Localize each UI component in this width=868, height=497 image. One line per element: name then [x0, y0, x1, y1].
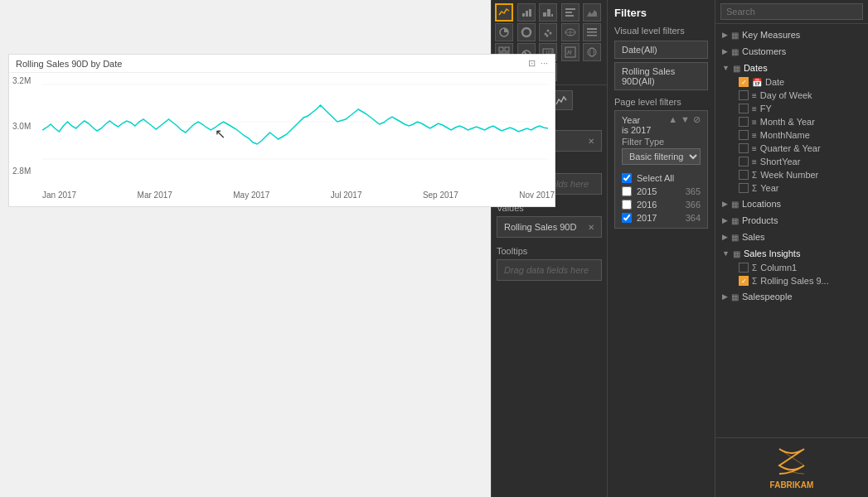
table-icon-sales-insights: ▦ [733, 249, 740, 258]
group-dates-label: Dates [744, 63, 768, 73]
label-year: Year [760, 183, 778, 193]
group-salespeople-header[interactable]: ▶ ▦ Salespeople [715, 289, 868, 304]
values-remove-btn[interactable]: ✕ [588, 223, 594, 232]
year-filter-select[interactable]: Basic filtering Advanced filtering Top N [622, 148, 701, 165]
group-products-label: Products [742, 215, 778, 225]
check-fy [739, 104, 749, 113]
year-filter-arrows: ▲ ▼ ⊘ [668, 114, 701, 125]
check-monthname [739, 130, 749, 140]
group-customers-header[interactable]: ▶ ▦ Customers [715, 44, 868, 59]
filter-date-chip[interactable]: Date(All) [614, 41, 708, 59]
group-sales-insights-header[interactable]: ▼ ▦ Sales Insights [715, 246, 868, 261]
arrow-down[interactable]: ▼ [681, 114, 690, 125]
check-date: ✓ [739, 77, 749, 87]
tooltips-label: Tooltips [497, 246, 602, 256]
table-icon-customers: ▦ [731, 47, 739, 56]
svg-point-36 [590, 48, 594, 56]
page-filters-title: Page level filters [614, 97, 708, 107]
label-fy: FY [760, 104, 772, 113]
viz-globe[interactable] [583, 43, 601, 61]
maximize-icon[interactable]: ⊡ [528, 58, 536, 69]
viz-line-chart[interactable] [495, 3, 513, 22]
viz-bar-chart[interactable] [539, 3, 557, 22]
svg-rect-3 [522, 13, 525, 17]
icon-shortyear: ≡ [752, 157, 757, 166]
filter-select-all: Select All [622, 171, 701, 185]
field-year[interactable]: Σ Year [732, 181, 868, 195]
search-input[interactable] [720, 3, 863, 20]
viz-donut[interactable] [517, 23, 536, 41]
values-value[interactable]: Rolling Sales 90D ✕ [497, 216, 602, 238]
group-key-measures-header[interactable]: ▶ ▦ Key Measures [715, 27, 868, 42]
field-column1[interactable]: Σ Column1 [732, 261, 868, 274]
check-year [739, 183, 749, 193]
table-icon-dates: ▦ [733, 64, 740, 73]
group-products-header[interactable]: ▶ ▦ Products [715, 213, 868, 228]
label-monthname: MonthName [760, 130, 810, 140]
svg-rect-4 [526, 11, 528, 17]
field-month-year[interactable]: ≡ Month & Year [732, 115, 868, 128]
label-rolling-sales: Rolling Sales 9... [760, 276, 829, 286]
eraser-icon[interactable]: ⊘ [693, 114, 701, 125]
viz-map[interactable] [561, 23, 579, 41]
group-locations-header[interactable]: ▶ ▦ Locations [715, 196, 868, 211]
tooltips-section: Tooltips Drag data fields here [497, 246, 602, 281]
field-fy[interactable]: ≡ FY [732, 102, 868, 115]
icon-dayofweek: ≡ [752, 91, 757, 100]
checkbox-2017[interactable] [622, 213, 632, 223]
label-shortyear: ShortYear [760, 157, 801, 166]
x-label-3: May 2017 [233, 191, 269, 200]
filter-rolling-chip[interactable]: Rolling Sales 90D(All) [614, 62, 708, 90]
checkbox-2016[interactable] [622, 200, 632, 210]
x-label-1: Jan 2017 [42, 191, 76, 200]
svg-rect-25 [587, 35, 597, 36]
select-all-checkbox[interactable] [622, 173, 632, 183]
brand-logo: FABRIKAM [715, 437, 868, 497]
year-filter-value: is 2017 [622, 125, 701, 135]
chart-icons: ⊡ ··· [528, 58, 548, 69]
field-quarter-year[interactable]: ≡ Quarter & Year [732, 142, 868, 155]
field-rolling-sales[interactable]: ✓ Σ Rolling Sales 9... [732, 274, 868, 287]
viz-stacked-bar[interactable] [517, 3, 536, 22]
y-labels: 3.2M 3.0M 2.8M [12, 76, 31, 176]
viz-area-chart[interactable] [583, 3, 601, 22]
arrow-products: ▶ [722, 216, 728, 224]
viz-r[interactable]: R [561, 43, 579, 61]
group-key-measures-label: Key Measures [742, 30, 800, 40]
filter-2015: 2015 365 [622, 185, 701, 198]
filters-title: Filters [614, 7, 708, 19]
viz-bar-chart2[interactable] [561, 3, 579, 22]
svg-rect-24 [587, 31, 597, 33]
check-dayofweek [739, 90, 749, 100]
checkbox-2015[interactable] [622, 186, 632, 196]
chart-svg [42, 76, 548, 176]
field-weeknumber[interactable]: Σ Week Number [732, 168, 868, 181]
viz-scatter[interactable] [539, 23, 557, 41]
check-quarteryear [739, 143, 749, 153]
group-salespeople-label: Salespeople [742, 292, 793, 302]
group-key-measures: ▶ ▦ Key Measures [715, 27, 868, 42]
viz-table[interactable] [583, 23, 601, 41]
filter-2016: 2016 366 [622, 198, 701, 211]
viz-pie[interactable] [495, 23, 513, 41]
group-dates-header[interactable]: ▼ ▦ Dates [715, 60, 868, 75]
count-2017: 364 [686, 213, 701, 223]
y-label-bot: 2.8M [12, 166, 31, 176]
count-2015: 365 [686, 186, 701, 196]
chart-title: Rolling Sales 90D by Date [16, 59, 122, 69]
field-date[interactable]: ✓ 📅 Date [732, 75, 868, 89]
arrow-up[interactable]: ▲ [668, 114, 677, 125]
x-label-6: Nov 2017 [519, 191, 555, 200]
svg-rect-23 [587, 28, 597, 30]
axis-remove-btn[interactable]: ✕ [588, 137, 594, 146]
group-sales-insights-label: Sales Insights [744, 248, 800, 258]
field-monthname[interactable]: ≡ MonthName [732, 128, 868, 142]
field-day-of-week[interactable]: ≡ Day of Week [732, 89, 868, 102]
group-sales-header[interactable]: ▶ ▦ Sales [715, 229, 868, 244]
field-shortyear[interactable]: ≡ ShortYear [732, 155, 868, 168]
group-locations-label: Locations [742, 199, 781, 209]
more-icon[interactable]: ··· [541, 58, 548, 69]
tooltips-drop-zone[interactable]: Drag data fields here [497, 259, 602, 281]
label-weeknumber: Week Number [760, 170, 818, 180]
group-salespeople: ▶ ▦ Salespeople [715, 289, 868, 304]
